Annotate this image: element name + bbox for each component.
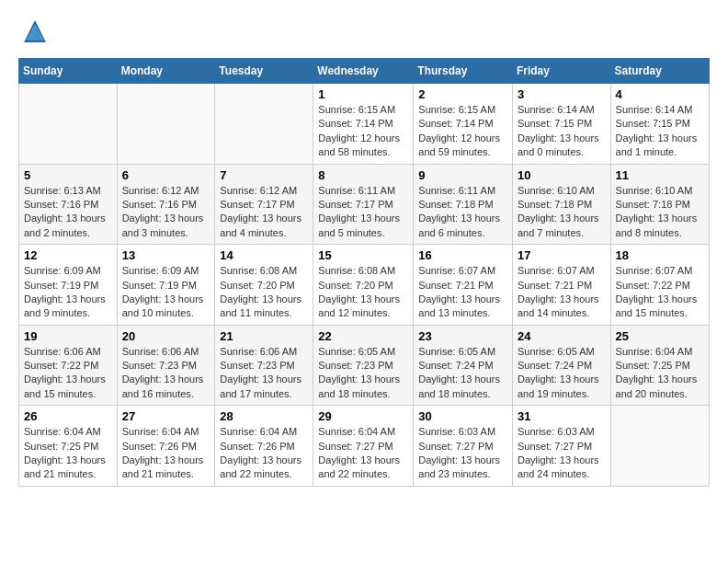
calendar-cell [215, 84, 313, 165]
calendar-table: SundayMondayTuesdayWednesdayThursdayFrid… [18, 58, 710, 487]
logo [18, 18, 48, 49]
day-number: 26 [24, 409, 112, 423]
calendar-cell: 21 Sunrise: 6:06 AM Sunset: 7:23 PM Dayl… [215, 325, 313, 406]
calendar-cell: 1 Sunrise: 6:15 AM Sunset: 7:14 PM Dayli… [313, 84, 414, 165]
calendar-cell: 10 Sunrise: 6:10 AM Sunset: 7:18 PM Dayl… [512, 164, 610, 245]
day-number: 2 [418, 87, 507, 101]
week-row-5: 26 Sunrise: 6:04 AM Sunset: 7:25 PM Dayl… [19, 406, 710, 487]
day-number: 12 [24, 248, 112, 262]
calendar-cell: 9 Sunrise: 6:11 AM Sunset: 7:18 PM Dayli… [414, 164, 513, 245]
weekday-thursday: Thursday [414, 59, 513, 84]
calendar-cell: 6 Sunrise: 6:12 AM Sunset: 7:16 PM Dayli… [117, 164, 215, 245]
day-number: 17 [518, 248, 606, 262]
day-number: 29 [318, 409, 408, 423]
day-detail: Sunrise: 6:09 AM Sunset: 7:19 PM Dayligh… [24, 264, 112, 321]
calendar-cell: 26 Sunrise: 6:04 AM Sunset: 7:25 PM Dayl… [19, 406, 118, 487]
day-number: 28 [220, 409, 308, 423]
day-detail: Sunrise: 6:08 AM Sunset: 7:20 PM Dayligh… [220, 264, 308, 321]
calendar-cell: 3 Sunrise: 6:14 AM Sunset: 7:15 PM Dayli… [512, 84, 610, 165]
day-number: 19 [24, 329, 112, 343]
day-number: 25 [616, 329, 704, 343]
calendar-cell: 17 Sunrise: 6:07 AM Sunset: 7:21 PM Dayl… [512, 245, 610, 326]
calendar-cell: 24 Sunrise: 6:05 AM Sunset: 7:24 PM Dayl… [512, 325, 610, 406]
calendar-cell: 20 Sunrise: 6:06 AM Sunset: 7:23 PM Dayl… [117, 325, 215, 406]
calendar-cell: 13 Sunrise: 6:09 AM Sunset: 7:19 PM Dayl… [117, 245, 215, 326]
day-detail: Sunrise: 6:12 AM Sunset: 7:16 PM Dayligh… [122, 184, 210, 241]
day-detail: Sunrise: 6:09 AM Sunset: 7:19 PM Dayligh… [122, 264, 210, 321]
calendar-cell: 2 Sunrise: 6:15 AM Sunset: 7:14 PM Dayli… [414, 84, 513, 165]
day-detail: Sunrise: 6:10 AM Sunset: 7:18 PM Dayligh… [518, 184, 606, 241]
day-detail: Sunrise: 6:14 AM Sunset: 7:15 PM Dayligh… [518, 103, 606, 160]
calendar-cell: 15 Sunrise: 6:08 AM Sunset: 7:20 PM Dayl… [313, 245, 414, 326]
calendar-cell: 16 Sunrise: 6:07 AM Sunset: 7:21 PM Dayl… [414, 245, 513, 326]
weekday-header-row: SundayMondayTuesdayWednesdayThursdayFrid… [19, 59, 710, 84]
day-number: 21 [220, 329, 308, 343]
calendar-cell: 19 Sunrise: 6:06 AM Sunset: 7:22 PM Dayl… [19, 325, 118, 406]
day-number: 5 [24, 168, 112, 182]
calendar-cell: 4 Sunrise: 6:14 AM Sunset: 7:15 PM Dayli… [610, 84, 709, 165]
day-number: 18 [616, 248, 704, 262]
calendar-cell: 28 Sunrise: 6:04 AM Sunset: 7:26 PM Dayl… [215, 406, 313, 487]
day-detail: Sunrise: 6:07 AM Sunset: 7:21 PM Dayligh… [518, 264, 606, 321]
day-detail: Sunrise: 6:15 AM Sunset: 7:14 PM Dayligh… [418, 103, 507, 160]
week-row-4: 19 Sunrise: 6:06 AM Sunset: 7:22 PM Dayl… [19, 325, 710, 406]
calendar-cell: 25 Sunrise: 6:04 AM Sunset: 7:25 PM Dayl… [610, 325, 709, 406]
day-number: 23 [418, 329, 507, 343]
day-detail: Sunrise: 6:07 AM Sunset: 7:22 PM Dayligh… [616, 264, 704, 321]
week-row-3: 12 Sunrise: 6:09 AM Sunset: 7:19 PM Dayl… [19, 245, 710, 326]
day-number: 8 [318, 168, 408, 182]
calendar-cell: 27 Sunrise: 6:04 AM Sunset: 7:26 PM Dayl… [117, 406, 215, 487]
calendar-cell: 5 Sunrise: 6:13 AM Sunset: 7:16 PM Dayli… [19, 164, 118, 245]
calendar-cell: 18 Sunrise: 6:07 AM Sunset: 7:22 PM Dayl… [610, 245, 709, 326]
day-detail: Sunrise: 6:04 AM Sunset: 7:26 PM Dayligh… [122, 425, 210, 482]
calendar-cell: 22 Sunrise: 6:05 AM Sunset: 7:23 PM Dayl… [313, 325, 414, 406]
day-number: 10 [518, 168, 606, 182]
day-detail: Sunrise: 6:05 AM Sunset: 7:24 PM Dayligh… [418, 345, 507, 402]
day-detail: Sunrise: 6:06 AM Sunset: 7:23 PM Dayligh… [122, 345, 210, 402]
calendar-cell [117, 84, 215, 165]
day-detail: Sunrise: 6:14 AM Sunset: 7:15 PM Dayligh… [616, 103, 704, 160]
weekday-saturday: Saturday [610, 59, 709, 84]
day-detail: Sunrise: 6:03 AM Sunset: 7:27 PM Dayligh… [418, 425, 507, 482]
calendar-cell: 14 Sunrise: 6:08 AM Sunset: 7:20 PM Dayl… [215, 245, 313, 326]
day-number: 1 [318, 87, 408, 101]
calendar-cell [19, 84, 118, 165]
day-number: 14 [220, 248, 308, 262]
day-detail: Sunrise: 6:12 AM Sunset: 7:17 PM Dayligh… [220, 184, 308, 241]
day-number: 13 [122, 248, 210, 262]
calendar-cell: 31 Sunrise: 6:03 AM Sunset: 7:27 PM Dayl… [512, 406, 610, 487]
day-detail: Sunrise: 6:04 AM Sunset: 7:25 PM Dayligh… [24, 425, 112, 482]
day-detail: Sunrise: 6:06 AM Sunset: 7:23 PM Dayligh… [220, 345, 308, 402]
day-detail: Sunrise: 6:07 AM Sunset: 7:21 PM Dayligh… [418, 264, 507, 321]
day-number: 31 [518, 409, 606, 423]
logo-text [18, 18, 48, 49]
day-detail: Sunrise: 6:15 AM Sunset: 7:14 PM Dayligh… [318, 103, 408, 160]
day-detail: Sunrise: 6:13 AM Sunset: 7:16 PM Dayligh… [24, 184, 112, 241]
day-detail: Sunrise: 6:05 AM Sunset: 7:23 PM Dayligh… [318, 345, 408, 402]
day-detail: Sunrise: 6:10 AM Sunset: 7:18 PM Dayligh… [616, 184, 704, 241]
day-number: 15 [318, 248, 408, 262]
calendar-cell: 29 Sunrise: 6:04 AM Sunset: 7:27 PM Dayl… [313, 406, 414, 487]
day-number: 16 [418, 248, 507, 262]
day-number: 24 [518, 329, 606, 343]
calendar-cell: 7 Sunrise: 6:12 AM Sunset: 7:17 PM Dayli… [215, 164, 313, 245]
calendar-cell: 12 Sunrise: 6:09 AM Sunset: 7:19 PM Dayl… [19, 245, 118, 326]
day-detail: Sunrise: 6:04 AM Sunset: 7:25 PM Dayligh… [616, 345, 704, 402]
calendar-cell: 8 Sunrise: 6:11 AM Sunset: 7:17 PM Dayli… [313, 164, 414, 245]
day-number: 9 [418, 168, 507, 182]
svg-marker-1 [26, 24, 44, 40]
calendar-body: 1 Sunrise: 6:15 AM Sunset: 7:14 PM Dayli… [19, 84, 710, 487]
day-number: 27 [122, 409, 210, 423]
calendar-cell: 30 Sunrise: 6:03 AM Sunset: 7:27 PM Dayl… [414, 406, 513, 487]
day-detail: Sunrise: 6:05 AM Sunset: 7:24 PM Dayligh… [518, 345, 606, 402]
day-number: 7 [220, 168, 308, 182]
week-row-1: 1 Sunrise: 6:15 AM Sunset: 7:14 PM Dayli… [19, 84, 710, 165]
day-number: 6 [122, 168, 210, 182]
weekday-wednesday: Wednesday [313, 59, 414, 84]
day-detail: Sunrise: 6:11 AM Sunset: 7:17 PM Dayligh… [318, 184, 408, 241]
calendar-cell [610, 406, 709, 487]
day-number: 20 [122, 329, 210, 343]
day-detail: Sunrise: 6:04 AM Sunset: 7:27 PM Dayligh… [318, 425, 408, 482]
day-number: 4 [616, 87, 704, 101]
weekday-monday: Monday [117, 59, 215, 84]
